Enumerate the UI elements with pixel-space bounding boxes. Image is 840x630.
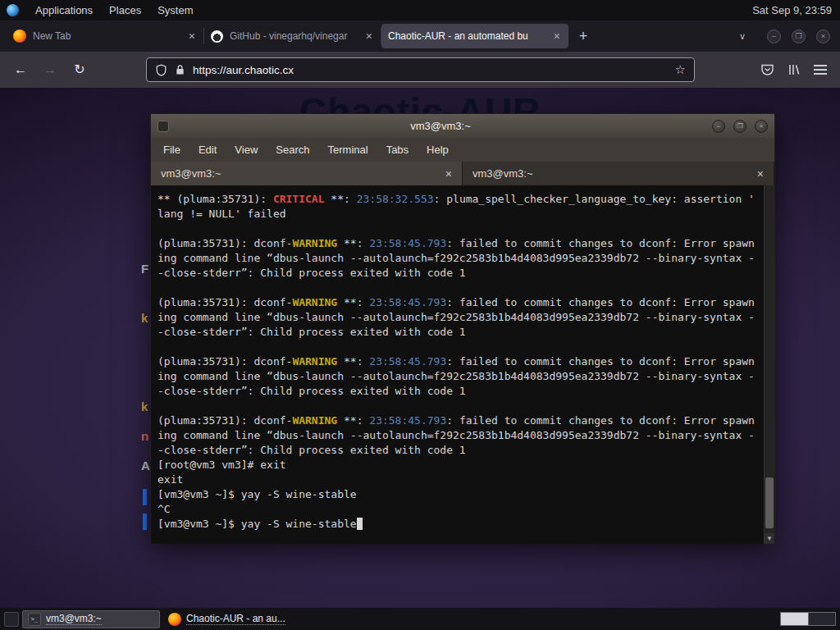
terminal-text-segment: [vm3@vm3 ~]$ yay -S wine-stable xyxy=(158,518,357,530)
terminal-text-segment: [root@vm3 vm3]# exit xyxy=(158,459,286,471)
webpage-chaotic-aur: Chaotic-AUR FkknA vm3@vm3:~ – ❒ × File E… xyxy=(0,88,840,608)
reload-button[interactable]: ↻ xyxy=(67,57,92,82)
minimize-button[interactable]: – xyxy=(767,30,781,43)
terminal-line xyxy=(158,221,764,236)
taskbar: >_ vm3@vm3:~ Chaotic-AUR - an au... xyxy=(0,608,840,630)
menu-help[interactable]: Help xyxy=(418,144,458,156)
back-button[interactable]: ← xyxy=(8,57,33,82)
close-button[interactable]: × xyxy=(816,30,830,43)
terminal-text-segment: (pluma:35731): dconf- xyxy=(158,296,292,308)
tracking-shield-icon[interactable] xyxy=(155,64,167,76)
terminal-title: vm3@vm3:~ xyxy=(169,120,712,132)
menu-applications[interactable]: Applications xyxy=(35,4,93,16)
tab-close-icon[interactable]: × xyxy=(445,167,452,180)
terminal-text-segment: 23:58:32.553 xyxy=(357,193,434,205)
forward-button[interactable]: → xyxy=(38,57,62,82)
taskbar-item-firefox[interactable]: Chaotic-AUR - an au... xyxy=(163,610,301,628)
page-link-fragment[interactable] xyxy=(143,514,147,530)
panel-menus: Applications Places System xyxy=(0,4,193,16)
tab-close-icon[interactable]: × xyxy=(757,167,764,180)
terminal-text-segment: **: xyxy=(337,237,369,249)
terminal-text-segment xyxy=(357,518,363,530)
terminal-line: (pluma:35731): dconf-WARNING **: 23:58:4… xyxy=(158,413,764,428)
clock[interactable]: Sat Sep 9, 23:59 xyxy=(752,4,832,16)
scrollbar-thumb[interactable] xyxy=(765,477,774,528)
terminal-line: -close-stderr”: Child process exited wit… xyxy=(158,443,764,458)
terminal-text-segment: 23:58:45.793 xyxy=(369,237,446,249)
page-text-fragment: n xyxy=(141,429,150,443)
minimize-button[interactable]: – xyxy=(712,120,725,133)
workspace-switcher xyxy=(780,612,836,626)
terminal-scrollbar[interactable]: ▼ xyxy=(764,185,774,544)
terminal-line xyxy=(158,340,764,354)
terminal-line: -close-stderr”: Child process exited wit… xyxy=(158,325,764,340)
menu-button[interactable] xyxy=(814,65,827,75)
distro-logo-icon[interactable] xyxy=(7,4,19,16)
browser-toolbar: ← → ↻ https://aur.chaotic.cx ☆ xyxy=(0,52,840,88)
terminal-tab-1[interactable]: vm3@vm3:~ × xyxy=(151,162,463,185)
menu-terminal[interactable]: Terminal xyxy=(319,144,377,156)
scroll-down-icon[interactable]: ▼ xyxy=(765,533,774,544)
firefox-window: New Tab × GitHub - vinegarhq/vinegar × C… xyxy=(0,21,840,608)
terminal-titlebar[interactable]: vm3@vm3:~ – ❒ × xyxy=(151,114,774,138)
terminal-text-segment: 23:58:45.793 xyxy=(369,355,446,368)
terminal-line: -close-stderr”: Child process exited wit… xyxy=(158,384,764,399)
terminal-line: (pluma:35731): dconf-WARNING **: 23:58:4… xyxy=(158,295,764,310)
terminal-text-segment: (pluma:35731): dconf- xyxy=(158,355,292,368)
tab-close-icon[interactable]: × xyxy=(552,30,562,42)
menu-search[interactable]: Search xyxy=(267,144,318,156)
url-text[interactable]: https://aur.chaotic.cx xyxy=(193,64,294,76)
menu-edit[interactable]: Edit xyxy=(189,144,226,156)
pocket-icon[interactable] xyxy=(760,63,774,76)
terminal-body[interactable]: ** (pluma:35731): CRITICAL **: 23:58:32.… xyxy=(151,185,774,544)
terminal-text-segment: WARNING xyxy=(292,296,337,308)
terminal-text-segment: -close-stderr”: Child process exited wit… xyxy=(158,267,466,279)
tab-list-chevron-icon[interactable]: ∨ xyxy=(739,31,746,42)
terminal-line: (pluma:35731): dconf-WARNING **: 23:58:4… xyxy=(158,236,764,251)
tab-close-icon[interactable]: × xyxy=(364,30,374,42)
terminal-output[interactable]: ** (pluma:35731): CRITICAL **: 23:58:32.… xyxy=(151,185,764,544)
workspace-1[interactable] xyxy=(781,613,808,625)
bookmark-star-icon[interactable]: ☆ xyxy=(675,62,686,77)
terminal-line: [vm3@vm3 ~]$ yay -S wine-stable xyxy=(158,517,764,532)
terminal-menubar: File Edit View Search Terminal Tabs Help xyxy=(151,138,774,162)
terminal-line: ing command line “dbus-launch --autolaun… xyxy=(158,428,764,443)
terminal-line: lang != NULL' failed xyxy=(158,207,764,221)
taskbar-item-terminal[interactable]: >_ vm3@vm3:~ xyxy=(22,610,160,628)
terminal-text-segment: 23:58:45.793 xyxy=(369,414,446,427)
new-tab-button[interactable]: + xyxy=(572,25,595,48)
github-icon xyxy=(211,30,223,43)
terminal-text-segment: exit xyxy=(158,473,183,486)
menu-file[interactable]: File xyxy=(154,144,189,156)
terminal-tab-title: vm3@vm3:~ xyxy=(161,167,221,180)
top-panel: Applications Places System Sat Sep 9, 23… xyxy=(0,0,840,21)
firefox-icon xyxy=(168,613,181,626)
menu-places[interactable]: Places xyxy=(109,4,141,16)
tab-close-icon[interactable]: × xyxy=(187,30,197,42)
terminal-text-segment: -close-stderr”: Child process exited wit… xyxy=(158,444,466,456)
lock-icon[interactable] xyxy=(175,64,185,75)
browser-tab-chaotic-aur[interactable]: Chaotic-AUR - an automated bu × xyxy=(381,24,568,48)
terminal-tab-2[interactable]: vm3@vm3:~ × xyxy=(463,162,774,185)
close-button[interactable]: × xyxy=(755,120,768,133)
browser-tab-new-tab[interactable]: New Tab × xyxy=(7,24,203,48)
terminal-line: [vm3@vm3 ~]$ yay -S wine-stable xyxy=(158,487,764,502)
page-link-fragment[interactable] xyxy=(143,489,147,505)
window-list-icon[interactable] xyxy=(4,612,19,627)
terminal-line: ** (pluma:35731): CRITICAL **: 23:58:32.… xyxy=(158,192,764,207)
page-text-fragment: k xyxy=(141,311,150,325)
menu-system[interactable]: System xyxy=(158,4,193,16)
menu-view[interactable]: View xyxy=(226,144,267,156)
library-icon[interactable] xyxy=(788,63,801,76)
window-controls: – ❒ × xyxy=(767,30,830,43)
menu-tabs[interactable]: Tabs xyxy=(377,144,418,156)
browser-tab-github[interactable]: GitHub - vinegarhq/vinegar × xyxy=(204,24,381,48)
maximize-button[interactable]: ❒ xyxy=(733,120,746,133)
url-bar[interactable]: https://aur.chaotic.cx ☆ xyxy=(146,57,695,82)
terminal-text-segment: WARNING xyxy=(292,237,337,249)
terminal-text-segment: -close-stderr”: Child process exited wit… xyxy=(158,385,466,397)
maximize-button[interactable]: ❒ xyxy=(792,30,806,43)
terminal-text-segment: WARNING xyxy=(292,414,337,427)
terminal-text-segment: ing command line “dbus-launch --autolaun… xyxy=(158,252,755,264)
workspace-2[interactable] xyxy=(808,613,835,625)
